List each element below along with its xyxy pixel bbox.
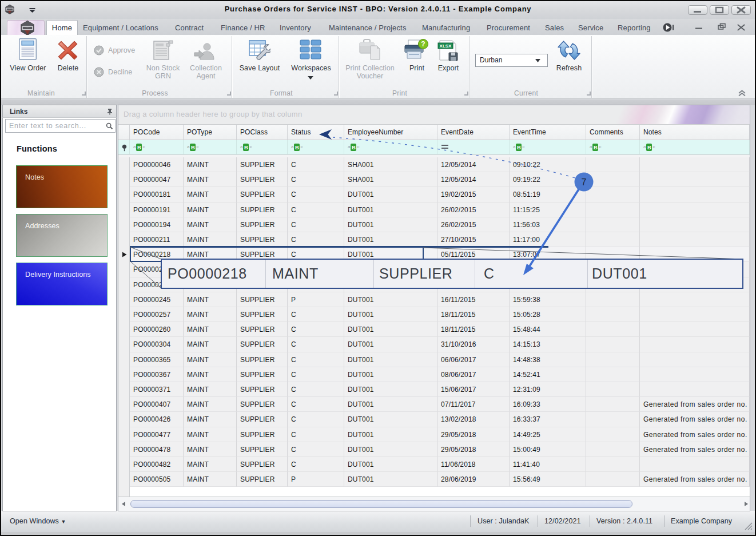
svg-text:7: 7 xyxy=(582,177,587,187)
